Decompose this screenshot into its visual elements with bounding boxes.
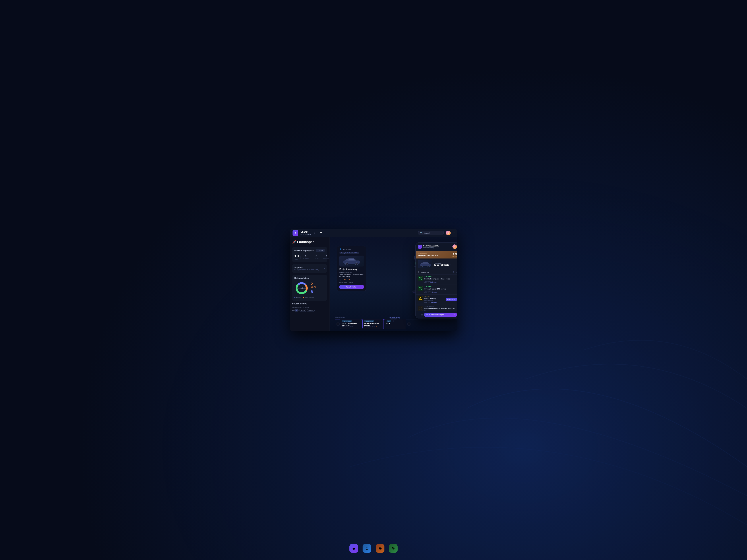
mobile-logo-icon: ✦: [418, 245, 422, 249]
bottom-icon-square[interactable]: ▭: [421, 314, 423, 316]
test-status-1: ★ PASSED ★: [424, 276, 457, 277]
test-item-content-3: TESTING... Partial locking TS ID: B021V6…: [424, 296, 444, 303]
test-meta-2: TS ID: S001V3: [424, 290, 457, 292]
test-req-link-3[interactable]: TR_PSBK001C: [428, 301, 437, 303]
svg-point-28: [428, 265, 430, 267]
fill-in-reliability-report-button[interactable]: Fill in Reliability Report ›: [424, 313, 457, 317]
project-date: 01/26/2023 → 05/26: [339, 282, 364, 283]
mobile-passive-value: Safety belt · Buckle-KD20: [418, 255, 438, 256]
mobile-subtitle: Reliability testing: [423, 247, 439, 248]
progress-num-display: 5 /8: [451, 252, 457, 256]
search-bar[interactable]: 🔍 Search: [418, 231, 444, 235]
mobile-avatar[interactable]: U: [453, 244, 457, 249]
test-item-4[interactable]: – TO BE TESTED Buckle release force – bu…: [416, 304, 457, 311]
enter-results-button[interactable]: Enter results: [446, 298, 457, 301]
nav-right-arrow[interactable]: ›: [407, 322, 411, 326]
proj-badge-2: Passive safety: [364, 320, 375, 322]
import-button[interactable]: ↓ Import: [316, 249, 325, 252]
car-thumbnail: [339, 256, 364, 267]
project-summary-title: Project summary: [339, 268, 364, 270]
risk-prediction-label: Risk prediction: [294, 277, 325, 279]
project-preview-section: Project preview Initiation time ↕ Progre…: [292, 302, 327, 312]
proj-badge-3: Ex...: [386, 320, 391, 322]
cycle-risk: Mild risk: [344, 279, 350, 281]
donut-center-label: Controllable: [294, 281, 309, 295]
model-section: Test-model TS-SS-PSBK001C ▾: [416, 259, 457, 270]
normal-legend-label: Normal: [296, 297, 301, 299]
test-req-2: Req.: TR_PSBK001C: [424, 292, 457, 293]
preview-controls: Initiation time ↕ Progress ↕: [292, 306, 327, 308]
filter-at-risk[interactable]: At risk: [299, 309, 306, 312]
test-item-name-4: Buckle release force – buckle with load: [424, 308, 457, 310]
dock-icon-launchpad[interactable]: ◆: [350, 544, 358, 553]
initiation-time-control[interactable]: Initiation time ↕: [292, 306, 302, 308]
mobile-passive-label: Passive safety: [418, 253, 438, 255]
mobile-panel: ✦ SS-BK230226BN1 Reliability testing U P…: [415, 242, 457, 318]
test-req-link-2[interactable]: TR_PSBK001C: [428, 292, 437, 293]
left-panel: 🚀 Launchpad Projects in progress ↓ Impor…: [290, 237, 330, 331]
test-item-icon-3: !: [418, 296, 423, 301]
app-dropdown-arrow[interactable]: ▾: [314, 232, 315, 234]
approval-card[interactable]: Approval No urgent approval items recent…: [292, 264, 327, 273]
designing-stat: 5 Designing: [303, 255, 309, 259]
fill-report-arrow: ›: [455, 314, 455, 316]
test-items-list: ★ PASSED ★ Buckle locking and release fo…: [416, 275, 457, 311]
cycle-label: Cycle:: [339, 279, 343, 281]
filter-row: ⊟ All At risk Normal: [292, 309, 327, 312]
grid-view-icon[interactable]: ⊞: [453, 271, 455, 273]
test-item-name-1: Buckle locking and release force: [424, 278, 457, 280]
svg-point-27: [421, 265, 422, 267]
model-select-arrow[interactable]: ▾: [450, 264, 450, 266]
reviewing-stat: 3 Reviewing: [323, 255, 330, 259]
total-stat: 10 Total: [294, 254, 299, 260]
mobile-title-area: SS-BK230226BN1 Reliability testing: [423, 245, 439, 248]
model-info: Test-model TS-SS-PSBK001C ▾: [434, 262, 457, 266]
svg-text:!: !: [420, 298, 420, 299]
proj-badge-1: Passive safety: [341, 320, 352, 322]
view-details-button[interactable]: View Details ›: [339, 285, 364, 289]
filter-normal[interactable]: Normal: [307, 309, 315, 312]
risk-blue-num: 8: [311, 290, 325, 294]
approval-sublabel: No urgent approval items recently: [294, 269, 319, 271]
test-item-icon-4: –: [418, 306, 423, 311]
project-card-3[interactable]: Ex... ET-X...: [385, 319, 406, 329]
topbar-nav-icon[interactable]: ≡: [320, 231, 322, 235]
svg-point-23: [346, 263, 347, 264]
fill-report-label: Fill in Reliability Report: [426, 314, 444, 316]
dock-icon-nature[interactable]: ❋: [389, 544, 397, 553]
test-item-icon-1: [418, 276, 423, 281]
risk-legend: Normal Risky projects: [294, 297, 325, 299]
test-status-2: ★ PASSED ★: [424, 286, 457, 288]
nav-left-arrow[interactable]: ‹: [336, 322, 340, 326]
model-id: TS-SS-PSBK001C: [434, 264, 449, 266]
test-meta-3: TS ID: B021V6: [424, 300, 444, 301]
search-label: Search: [424, 232, 430, 234]
svg-text:–: –: [420, 308, 421, 310]
risk-orange-pct: 16.7%: [311, 286, 316, 288]
bottom-icon-dots[interactable]: ⋯: [418, 314, 420, 316]
user-dropdown-arrow[interactable]: ▾: [454, 232, 455, 234]
test-item-1[interactable]: ★ PASSED ★ Buckle locking and release fo…: [416, 275, 457, 285]
logo-icon: ✦: [292, 230, 299, 236]
test-item-content-4: TO BE TESTED Buckle release force – buck…: [424, 306, 457, 311]
main-screen: ✦ Change management ▾ ≡ 🔍 Search U ▾ 🚀 L…: [290, 229, 457, 331]
project-card-2[interactable]: Passive safety › SS-BK230226BN1 · Testin…: [362, 319, 384, 329]
dock-icon-display[interactable]: ◉: [376, 544, 384, 553]
project-summary-card: 👤 Passive safety Safety belt · Buckle-KD…: [337, 246, 366, 291]
project-card-1[interactable]: Passive safety SS-XF23011558H6 · Designi…: [340, 319, 361, 329]
main-content: 🚀 Launchpad Projects in progress ↓ Impor…: [290, 237, 457, 331]
test-req-link-1[interactable]: TR_PSBK001C: [428, 282, 437, 283]
test-item-2[interactable]: ★ PASSED ★ Strength test of BTS covers T…: [416, 285, 457, 295]
model-label: Test-model: [434, 262, 457, 264]
filter-all[interactable]: All: [294, 309, 299, 312]
search-icon: 🔍: [420, 232, 423, 234]
list-view-icon[interactable]: ≡: [456, 271, 457, 273]
test-item-3[interactable]: ! TESTING... Partial locking TS ID: B021…: [416, 295, 457, 304]
kd20-badge: Safety belt · Buckle-KD20: [339, 252, 359, 254]
spec-view-icons: ⊞ ≡: [453, 271, 457, 273]
mobile-title: SS-BK230226BN1: [423, 245, 439, 247]
progress-control[interactable]: Progress ↕: [303, 306, 310, 308]
passive-safety-top: 👤 Passive safety: [339, 248, 364, 250]
user-avatar[interactable]: U: [446, 231, 450, 235]
dock-icon-chip[interactable]: ⬡: [363, 544, 371, 553]
